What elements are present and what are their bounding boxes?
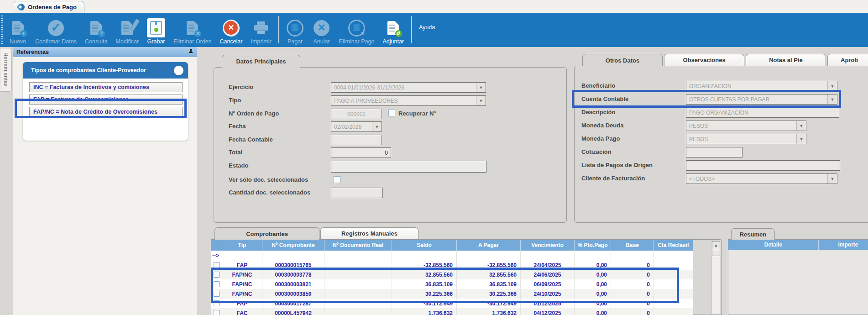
column-header[interactable]: Cta Reclasif: [654, 240, 693, 251]
row-checkbox[interactable]: [214, 272, 220, 278]
cell-pto_pago: 0,00: [575, 289, 611, 299]
cell-vencimiento: [521, 251, 575, 260]
pin-icon[interactable]: [188, 49, 193, 55]
tab-otros-datos[interactable]: Otros Datos: [582, 54, 663, 66]
grabar-button[interactable]: Grabar: [143, 13, 169, 47]
cuenta-contable-combo[interactable]: OTROS CUENTAS POR PAGAR▼: [686, 94, 837, 105]
table-row[interactable]: FAP000300017287-30.172.949-30.172.94901/…: [211, 299, 693, 308]
sidebar-item-fapnc[interactable]: FAP/NC = Nota de Crédito de Overcomision…: [29, 107, 183, 117]
tab-comprobantes[interactable]: Comprobantes: [214, 227, 319, 240]
tipos-comprobantes-panel-header: Tipos de comprobantes Cliente-Proveedor: [23, 62, 188, 79]
toolbar-grip[interactable]: [1, 16, 3, 44]
pagar-button[interactable]: Pagar: [282, 13, 309, 47]
ejercicio-combo[interactable]: 0004 01/01/2026-31/12/2026▼: [331, 82, 486, 93]
cantidad-input[interactable]: [331, 188, 383, 198]
column-header[interactable]: A Pagar: [457, 240, 521, 251]
cell-saldo: 36.835.109: [392, 279, 457, 289]
column-header-detalle[interactable]: Detalle: [728, 240, 819, 250]
new-document-icon: +: [9, 18, 27, 37]
tipo-combo[interactable]: PAGO A PROVEEDORES▼: [331, 95, 486, 106]
column-header[interactable]: Base: [611, 240, 654, 251]
cell-vencimiento: 24/10/2025: [521, 289, 575, 299]
tab-aprobaciones[interactable]: Aprob: [827, 54, 868, 66]
scrollbar-thumb[interactable]: [712, 250, 720, 256]
confirmar-datos-button[interactable]: ✓ Confirmar Datos: [31, 13, 81, 47]
row-checkbox[interactable]: [214, 281, 220, 287]
document-pencil-icon: [118, 18, 136, 37]
cell-pto_pago: [575, 251, 611, 260]
total-input[interactable]: 0: [331, 147, 391, 158]
cell-cta_reclasif: [654, 270, 693, 279]
column-header[interactable]: Vencimiento: [521, 240, 575, 251]
chevron-down-icon: ▼: [796, 134, 806, 144]
fecha-combo[interactable]: 02/02/2026▼: [331, 121, 382, 132]
table-row[interactable]: FAC00000L4579421.736.6321.736.63204/12/2…: [211, 308, 693, 315]
column-header[interactable]: Nº Documento Real: [324, 240, 392, 251]
orden-pago-input[interactable]: 000001: [331, 109, 382, 119]
fecha-contable-input[interactable]: [331, 135, 382, 145]
column-header[interactable]: Saldo: [392, 240, 457, 251]
column-header-importe[interactable]: Importe: [819, 240, 868, 250]
cell-documento_real: [324, 279, 392, 289]
cell-pto_pago: 0,00: [575, 260, 611, 270]
eliminar-orden-button[interactable]: ✕ Eliminar Orden: [169, 13, 215, 47]
table-scrollbar[interactable]: ▲: [711, 241, 720, 314]
anular-button[interactable]: ✕ Anular: [309, 13, 335, 47]
cotizacion-input[interactable]: [686, 147, 743, 158]
chevron-down-icon: ▼: [476, 83, 486, 92]
consulta-button[interactable]: ? Consulta: [81, 13, 111, 47]
table-row[interactable]: FAP/NC00030000382136.835.10936.835.10906…: [211, 279, 693, 289]
column-header[interactable]: Tip: [222, 240, 262, 251]
column-header[interactable]: % Pto.Pago: [575, 240, 611, 251]
nuevo-button[interactable]: + Nuevo: [5, 13, 31, 47]
column-header[interactable]: Nº Comprobante: [262, 240, 324, 251]
table-row[interactable]: -->: [211, 251, 693, 260]
descripcion-label: Descripción: [581, 109, 615, 116]
cell-base: [611, 251, 654, 260]
cell-tip: FAC: [222, 308, 262, 315]
ver-solo-label: Ver sólo doc. seleccionados: [229, 176, 308, 183]
lista-pagos-input[interactable]: [686, 160, 840, 171]
column-header[interactable]: [211, 240, 222, 251]
ver-solo-checkbox[interactable]: [334, 176, 340, 183]
tab-observaciones[interactable]: Observaciones: [664, 54, 744, 66]
table-row[interactable]: FAP/NC00030000385930.225.36630.225.36624…: [211, 289, 693, 299]
tab-resumen[interactable]: Resumen: [731, 228, 775, 240]
cancelar-button[interactable]: ✕ Cancelar: [215, 13, 246, 47]
row-checkbox[interactable]: [214, 262, 220, 268]
cell-a_pagar: 30.225.366: [457, 289, 521, 299]
cell-documento_real: [324, 308, 392, 315]
cell-saldo: [392, 251, 457, 260]
moneda-pago-combo[interactable]: PESOS▼: [686, 134, 806, 144]
recuperar-numero-checkbox[interactable]: [388, 110, 395, 116]
tab-notas-al-pie[interactable]: Notas al Pie: [746, 54, 826, 66]
table-row[interactable]: FAP000300015765-32.855.560-32.855.56024/…: [211, 260, 693, 270]
window-tab-bar: Ordenes de Pago: [0, 0, 868, 13]
document-delete-icon: ✕: [183, 18, 202, 37]
table-row[interactable]: FAP/NC00030000377832.855.56032.855.56024…: [211, 270, 693, 279]
tab-ordenes-de-pago[interactable]: Ordenes de Pago: [14, 1, 84, 13]
cliente-facturacion-combo[interactable]: <TODOS>▼: [686, 173, 837, 184]
cell-tip: [222, 251, 262, 260]
imprimir-button[interactable]: Imprimir: [246, 13, 275, 47]
cell-tip: FAP/NC: [222, 289, 262, 299]
adjuntar-button[interactable]: Adjuntar: [378, 13, 408, 47]
ayuda-menu[interactable]: Ayuda: [419, 24, 435, 31]
beneficiario-combo[interactable]: ORGANIZACION▼: [686, 81, 837, 91]
descripcion-input[interactable]: PAGO ORGANIZACION: [686, 107, 839, 118]
herramientas-vertical-tab[interactable]: Herramientas: [0, 48, 12, 92]
row-checkbox[interactable]: [214, 300, 220, 306]
modificar-button[interactable]: Modificar: [111, 13, 143, 47]
eliminar-pago-button[interactable]: ✕ Eliminar Pago: [335, 13, 379, 47]
moneda-deuda-combo[interactable]: PESOS▼: [686, 121, 806, 131]
scrollbar-up-arrow-icon[interactable]: ▲: [712, 241, 720, 249]
row-checkbox[interactable]: [214, 291, 220, 297]
row-checkbox[interactable]: [214, 310, 220, 315]
estado-input[interactable]: [331, 161, 486, 173]
tab-registros-manuales[interactable]: Registros Manuales: [320, 227, 418, 239]
tab-datos-principales[interactable]: Datos Principales: [222, 55, 300, 68]
moneda-deuda-label: Moneda Deuda: [581, 122, 623, 129]
sidebar-item-inc[interactable]: INC = Facturas de Incentivos y comisione…: [29, 82, 183, 92]
panel-circle-button[interactable]: [174, 66, 183, 75]
sidebar-item-fap[interactable]: FAP = Facturas de Overcomisiones: [29, 94, 183, 105]
